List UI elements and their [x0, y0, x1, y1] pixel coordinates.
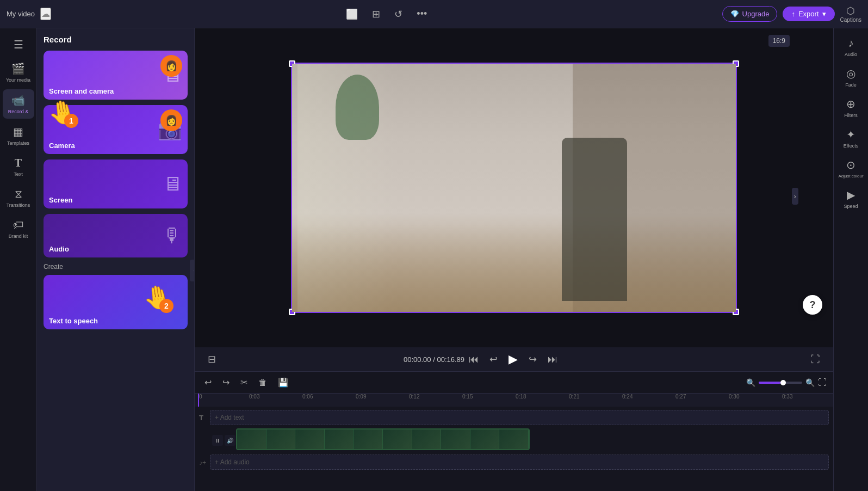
playback-left: ⊟	[206, 351, 218, 367]
cut-button[interactable]: ✂	[237, 376, 251, 389]
sidebar-item-transitions-label: Transitions	[7, 202, 30, 208]
timeline-expand-button[interactable]: ⛶	[818, 378, 827, 388]
rotate-tool-button[interactable]: ↺	[390, 6, 407, 22]
panel-collapse-button[interactable]: ‹	[190, 260, 195, 281]
speed-tool-icon: ▶	[847, 188, 855, 201]
skip-to-end-button[interactable]: ⏭	[545, 352, 560, 367]
adjust-colour-tool-btn[interactable]: ⊙ Adjust colour	[836, 154, 866, 183]
filters-tool-btn[interactable]: ⊕ Filters	[836, 93, 866, 122]
film-frame-10	[499, 429, 529, 449]
preview-controls: ⊟ ⏮ ↩ ▶ ↪ ⏭ 00:00.00 / 00:16.89 ⛶	[195, 347, 833, 371]
screen-and-camera-card[interactable]: 🖥 👩 Screen and camera	[44, 51, 188, 100]
audio-track-row: ♪+ + Add audio	[199, 455, 829, 470]
sidebar-item-text-label: Text	[14, 171, 23, 177]
video-scene	[292, 64, 736, 312]
topbar-center: ⬜ ⊞ ↺ •••	[51, 6, 722, 22]
screen-card[interactable]: 🖥 Screen	[44, 159, 188, 208]
ruler-time-33: 0:33	[782, 394, 792, 400]
skip-to-start-button[interactable]: ⏮	[467, 352, 481, 367]
time-display: 00:00.00 / 00:16.89	[404, 355, 464, 364]
text-icon: T	[15, 157, 22, 169]
topbar: My video ☁ ⬜ ⊞ ↺ ••• 💎 Upgrade ↑ Export …	[0, 0, 868, 28]
more-tool-button[interactable]: •••	[412, 6, 431, 22]
delete-button[interactable]: 🗑	[255, 377, 270, 389]
forward-button[interactable]: ↪	[526, 351, 539, 367]
fade-tool-icon: ◎	[846, 67, 855, 80]
ruler-time-18: 0:18	[516, 394, 526, 400]
effects-tool-icon: ✦	[846, 128, 855, 141]
panel-title: Record	[44, 35, 188, 44]
redo-button[interactable]: ↪	[219, 376, 233, 389]
playback-right: ⛶	[808, 352, 822, 367]
resize-tool-button[interactable]: ⊞	[368, 6, 385, 22]
hide-caption-button[interactable]: ⊟	[206, 351, 218, 367]
screen-and-camera-label: Screen and camera	[49, 87, 114, 95]
main-layout: ☰ 🎬 Your media 📹 Record & ▦ Templates T …	[0, 28, 868, 491]
sidebar-item-menu[interactable]: ☰	[3, 34, 34, 56]
undo-button[interactable]: ↩	[201, 376, 215, 389]
export-button[interactable]: ↑ Export ▾	[783, 7, 834, 21]
video-track-content[interactable]: ⏸ 🔊	[210, 428, 829, 452]
audio-card[interactable]: 🎙 Audio	[44, 214, 188, 257]
cloud-sync-button[interactable]: ☁	[40, 8, 51, 20]
add-audio-label: + Add audio	[215, 458, 250, 466]
upgrade-button[interactable]: 💎 Upgrade	[722, 6, 778, 22]
transitions-icon: ⧖	[15, 188, 22, 200]
upgrade-label: Upgrade	[742, 10, 770, 18]
save-button[interactable]: 💾	[275, 376, 292, 389]
sidebar-item-text[interactable]: T Text	[3, 152, 34, 181]
sidebar-item-brand[interactable]: 🏷 Brand kit	[3, 214, 34, 243]
sidebar-item-templates[interactable]: ▦ Templates	[3, 121, 34, 150]
zoom-out-icon: 🔍	[746, 378, 755, 387]
effects-tool-label: Effects	[844, 143, 858, 149]
effects-tool-btn[interactable]: ✦ Effects	[836, 124, 866, 153]
fullscreen-button[interactable]: ⛶	[808, 352, 822, 367]
crop-tool-button[interactable]: ⬜	[342, 6, 362, 22]
sidebar-item-transitions[interactable]: ⧖ Transitions	[3, 183, 34, 212]
text-track-content[interactable]: + Add text	[210, 410, 829, 425]
adjust-colour-tool-icon: ⊙	[846, 158, 855, 171]
zoom-controls: 🔍 🔍 ⛶	[746, 378, 827, 388]
export-arrow-icon: ↑	[791, 10, 795, 18]
track-pause-button[interactable]: ⏸	[212, 435, 223, 446]
track-mute-button[interactable]: 🔊	[225, 435, 235, 446]
card-deco-screen: 🖥	[163, 173, 182, 195]
filters-tool-label: Filters	[844, 113, 858, 118]
your-media-icon: 🎬	[11, 62, 25, 75]
fade-tool-btn[interactable]: ◎ Fade	[836, 63, 866, 92]
text-track-label: T	[199, 413, 210, 422]
speed-tool-btn[interactable]: ▶ Speed	[836, 184, 866, 213]
topbar-right: 💎 Upgrade ↑ Export ▾ ⬡ Captions	[722, 5, 861, 23]
text-to-speech-card[interactable]: Text to speech	[44, 275, 188, 329]
timeline-tracks: T + Add text ⏸ 🔊	[195, 407, 833, 474]
ruler-time-21: 0:21	[569, 394, 579, 400]
center-area: 16:9	[195, 28, 833, 491]
help-button[interactable]: ?	[803, 295, 822, 315]
audio-tool-btn[interactable]: ♪ Audio	[836, 33, 866, 62]
ratio-button[interactable]: 16:9	[768, 35, 790, 47]
rewind-button[interactable]: ↩	[487, 351, 500, 367]
right-panel-collapse-button[interactable]: ›	[792, 188, 798, 205]
text-track-row: T + Add text	[199, 409, 829, 426]
ruler-time-0: 0	[199, 394, 202, 400]
film-frame-3	[295, 429, 325, 449]
timeline-toolbar: ↩ ↪ ✂ 🗑 💾 🔍 🔍 ⛶	[195, 372, 833, 394]
play-button[interactable]: ▶	[506, 350, 520, 369]
audio-label: Audio	[49, 245, 69, 253]
adjust-colour-label: Adjust colour	[838, 174, 863, 179]
captions-button[interactable]: ⬡ Captions	[840, 5, 861, 23]
add-text-label: + Add text	[215, 414, 244, 421]
text-to-speech-label: Text to speech	[49, 317, 98, 325]
camera-card[interactable]: 📷 👩 Camera	[44, 105, 188, 154]
filters-tool-icon: ⊕	[846, 97, 855, 111]
card-deco-audio: 🎙	[163, 224, 182, 247]
audio-tool-label: Audio	[845, 52, 857, 57]
camera-label: Camera	[49, 142, 75, 150]
video-track-row: ⏸ 🔊	[199, 428, 829, 452]
audio-track-content[interactable]: + Add audio	[210, 455, 829, 470]
sidebar-item-record[interactable]: 📹 Record &	[3, 89, 34, 119]
zoom-slider[interactable]	[759, 382, 802, 384]
title-text: My video	[7, 10, 35, 18]
sidebar-item-your-media[interactable]: 🎬 Your media	[3, 58, 34, 87]
ruler-time-12: 0:12	[409, 394, 419, 400]
